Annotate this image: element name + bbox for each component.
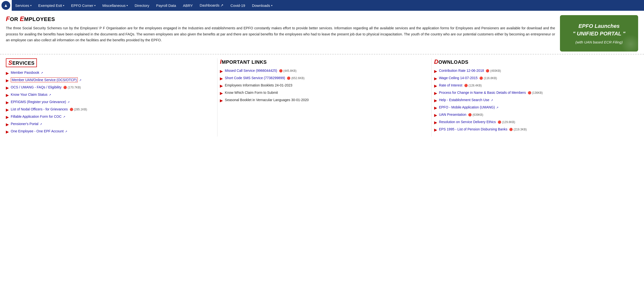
bullet-icon: ▶ [6, 122, 9, 127]
external-link-icon: ↗ [490, 99, 493, 102]
downloads-link-8[interactable]: EPS 1995 - List of Pension Disbursing Ba… [439, 127, 508, 131]
caret-icon-epfo-corner: ▾ [94, 4, 96, 7]
services-link-4[interactable]: EPFiGMS (Register your Grievance) [11, 100, 66, 104]
services-item-7: Pensioner's Portal ↗ [11, 122, 42, 126]
bullet-icon: ▶ [6, 86, 9, 90]
file-size: (285.1KB) [74, 108, 87, 111]
downloads-item-5: EPFO - Mobile Application (UMANG) ↗ [439, 105, 499, 109]
banner-subtitle: (with UAN based ECR Filing) [575, 40, 622, 44]
pdf-icon: 🔴 [69, 108, 73, 111]
file-size: (639KB) [472, 113, 483, 116]
bullet-icon: ▶ [220, 98, 223, 103]
downloads-item-4: Help - Establishment Search Use ↗ [439, 98, 493, 102]
heading-mployees: mployees [24, 16, 55, 22]
downloads-link-6[interactable]: UAN Presentation [439, 112, 466, 116]
downloads-link-0[interactable]: Contribution Rate 12-06-2018 [439, 69, 484, 72]
nav-item-miscellaneous[interactable]: Miscellaneous ▾ [99, 0, 131, 11]
downloads-link-3[interactable]: Process for Change in Name & Basic Detai… [439, 90, 526, 94]
nav-items: Services ▾Exempted Estt ▾EPFO Corner ▾Mi… [12, 0, 644, 11]
nav-logo: ▲ [0, 0, 12, 11]
pdf-icon: 🔴 [485, 69, 489, 72]
services-link-8[interactable]: One Employee - One EPF Account [11, 129, 64, 133]
nav-item-directory[interactable]: Directory [131, 0, 153, 11]
list-item: ▶Resolution on Service Delivery Ethics 🔴… [434, 120, 638, 125]
nav-item-epfo-corner[interactable]: EPFO Corner ▾ [68, 0, 99, 11]
bullet-icon: ▶ [434, 84, 437, 88]
list-item: ▶Help - Establishment Search Use ↗ [434, 98, 638, 103]
file-size: (170.7KB) [68, 86, 81, 89]
list-item: ▶Know Your Claim Status ↗ [6, 92, 210, 98]
pdf-icon: 🔴 [497, 120, 501, 124]
list-item: ▶Missed Call Service (9966044425) 🔴(445.… [220, 69, 424, 74]
services-link-3[interactable]: Know Your Claim Status [11, 92, 48, 96]
nav-item-exempted-estt[interactable]: Exempted Estt ▾ [35, 0, 68, 11]
list-item: ▶Wage Ceiling 14-07-2015 🔴(116.8KB) [434, 76, 638, 81]
nav-item-services[interactable]: Services ▾ [12, 0, 35, 11]
divider-1 [217, 58, 218, 136]
downloads-heading-rest: OWNLOADS [438, 59, 468, 65]
services-item-4: EPFiGMS (Register your Grievance) ↗ [11, 100, 70, 104]
services-link-2[interactable]: OCS / UMANG - FAQs / Eligibility [11, 85, 62, 89]
nav-item-dashboards[interactable]: Dashboards ↗ [196, 0, 227, 11]
services-link-0[interactable]: Member Passbook [11, 70, 39, 74]
nav-item-payroll-data[interactable]: Payroll Data [153, 0, 180, 11]
nav-item-abry[interactable]: ABRY [180, 0, 196, 11]
services-item-8: One Employee - One EPF Account ↗ [11, 129, 67, 133]
bullet-icon: ▶ [434, 76, 437, 81]
services-item-0: Member Passbook ↗ [11, 70, 43, 74]
external-link-icon: ↗ [62, 115, 65, 118]
services-link-1[interactable]: Member UAN/Online Service (OCS/OTCP) [11, 78, 78, 82]
services-column: SERVICES ▶Member Passbook ↗▶Member UAN/O… [6, 58, 215, 136]
services-link-6[interactable]: Fillable Application Form for COC [11, 114, 62, 118]
services-item-5: List of Nodal Officers - for Grievances … [11, 107, 87, 111]
services-link-5[interactable]: List of Nodal Officers - for Grievances [11, 107, 68, 111]
intro-section: For Employees The three Social Security … [0, 11, 644, 54]
nav-item-downloads[interactable]: Downloads ▾ [248, 0, 276, 11]
services-link-7[interactable]: Pensioner's Portal [11, 122, 38, 126]
list-item: ▶List of Nodal Officers - for Grievances… [6, 107, 210, 112]
important-links-link-0[interactable]: Missed Call Service (9966044425) [225, 69, 277, 72]
services-item-3: Know Your Claim Status ↗ [11, 92, 51, 96]
bullet-icon: ▶ [434, 120, 437, 125]
file-size: (129.8KB) [502, 120, 515, 124]
pdf-icon: 🔴 [508, 128, 513, 131]
downloads-heading: DOWNLOADS [434, 59, 468, 66]
important-links-column: IMPORTANT LINKS ▶Missed Call Service (99… [220, 58, 429, 136]
external-link-icon: ↗ [40, 71, 43, 74]
important-links-item-3: Know Which Claim Form to Submit [225, 90, 278, 94]
downloads-link-7[interactable]: Resolution on Service Delivery Ethics [439, 120, 496, 124]
downloads-link-5[interactable]: EPFO - Mobile Application (UMANG) [439, 105, 495, 109]
bullet-icon: ▶ [434, 91, 437, 96]
important-links-item-0: Missed Call Service (9966044425) 🔴(445.8… [225, 69, 296, 72]
list-item: ▶Seasonal Booklet in Vernacular Language… [220, 98, 424, 103]
list-item: ▶Process for Change in Name & Basic Deta… [434, 90, 638, 96]
file-size: (219.3KB) [514, 128, 527, 131]
important-links-link-1[interactable]: Short Code SMS Service (7738299899) [225, 76, 285, 80]
nav-item-covid19[interactable]: Covid-19 [227, 0, 248, 11]
file-size: (116.8KB) [484, 76, 497, 80]
list-item: ▶EPFO - Mobile Application (UMANG) ↗ [434, 105, 638, 110]
important-heading-rest: MPORTANT [222, 59, 252, 65]
services-item-1: Member UAN/Online Service (OCS/OTCP) ↗ [11, 78, 81, 82]
bullet-icon: ▶ [6, 100, 9, 105]
downloads-link-2[interactable]: Rate of Interest [439, 83, 462, 87]
downloads-item-1: Wage Ceiling 14-07-2015 🔴(116.8KB) [439, 76, 497, 80]
bullet-icon: ▶ [434, 69, 437, 74]
banner-box[interactable]: EPFO Launches " UNIFIED PORTAL " (with U… [560, 15, 638, 52]
downloads-column: DOWNLOADS ▶Contribution Rate 12-06-2018 … [434, 58, 638, 136]
external-link-icon: ↗ [496, 106, 498, 109]
caret-icon-services: ▾ [30, 4, 32, 7]
important-links-list: ▶Missed Call Service (9966044425) 🔴(445.… [220, 69, 424, 103]
important-links-item-4: Seasonal Booklet in Vernacular Languages… [225, 98, 308, 102]
downloads-link-4[interactable]: Help - Establishment Search Use [439, 98, 489, 102]
pdf-icon: 🔴 [278, 69, 282, 72]
external-link-icon: ↗ [67, 101, 70, 104]
bullet-icon: ▶ [6, 108, 9, 112]
downloads-link-1[interactable]: Wage Ceiling 14-07-2015 [439, 76, 478, 80]
downloads-item-7: Resolution on Service Delivery Ethics 🔴(… [439, 120, 515, 124]
pdf-icon: 🔴 [286, 76, 290, 80]
downloads-list: ▶Contribution Rate 12-06-2018 🔴(493KB)▶W… [434, 69, 638, 132]
caret-icon-downloads: ▾ [271, 4, 272, 7]
important-links-item-1: Short Code SMS Service (7738299899) 🔴(65… [225, 76, 304, 80]
bullet-icon: ▶ [6, 115, 9, 120]
